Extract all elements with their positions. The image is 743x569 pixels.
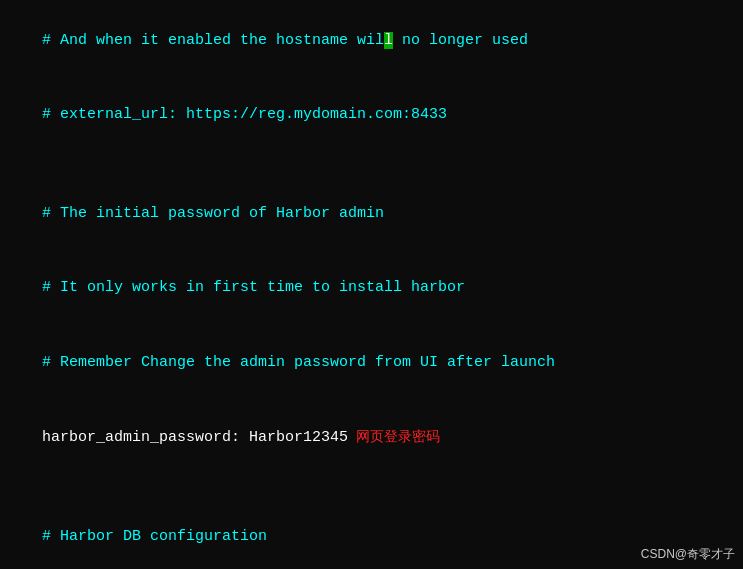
code-text: # external_url: https://reg.mydomain.com…	[42, 106, 447, 123]
code-line: # Remember Change the admin password fro…	[0, 326, 743, 400]
code-line: # And when it enabled the hostname will …	[0, 4, 743, 78]
code-line	[0, 475, 743, 500]
code-line: # It only works in first time to install…	[0, 252, 743, 326]
config-value: Harbor12345	[249, 429, 348, 446]
code-text: # It only works in first time to install…	[42, 279, 465, 296]
cursor-highlight: l	[384, 32, 393, 49]
annotation-login-password: 网页登录密码	[356, 428, 440, 444]
code-line: # external_url: https://reg.mydomain.com…	[0, 78, 743, 152]
code-text: no longer used	[393, 32, 528, 49]
code-text: # Harbor DB configuration	[42, 528, 267, 545]
code-text: # Remember Change the admin password fro…	[42, 354, 555, 371]
watermark: CSDN@奇零才子	[641, 546, 735, 563]
config-key: harbor_admin_password:	[42, 429, 249, 446]
code-line: # Harbor DB configuration	[0, 500, 743, 569]
code-text: # The initial password of Harbor admin	[42, 205, 384, 222]
terminal-window: # And when it enabled the hostname will …	[0, 0, 743, 569]
harbor-admin-password-line: harbor_admin_password: Harbor12345网页登录密码	[0, 400, 743, 475]
code-line	[0, 153, 743, 178]
code-text: # And when it enabled the hostname wil	[42, 32, 384, 49]
code-line: # The initial password of Harbor admin	[0, 177, 743, 251]
